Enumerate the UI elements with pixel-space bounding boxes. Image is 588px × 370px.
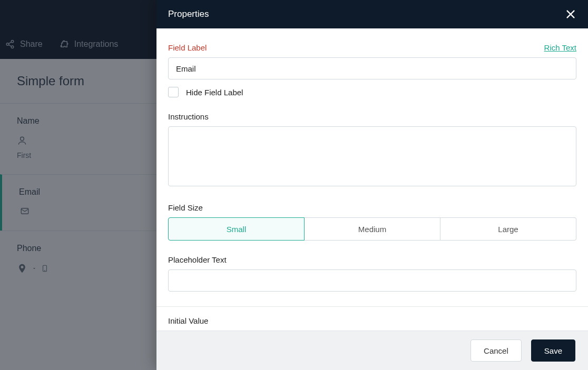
field-size-group: Small Medium Large: [168, 217, 576, 241]
field-label-input[interactable]: [168, 57, 576, 79]
panel-title: Properties: [168, 9, 209, 19]
initial-value-caption: Initial Value: [168, 316, 576, 325]
size-large-button[interactable]: Large: [440, 217, 576, 241]
size-small-button[interactable]: Small: [168, 217, 305, 241]
panel-body: Field Label Rich Text Hide Field Label I…: [156, 28, 588, 331]
field-size-caption: Field Size: [168, 203, 576, 212]
hide-label-checkbox[interactable]: [168, 87, 179, 97]
panel-divider: [156, 306, 588, 307]
placeholder-input[interactable]: [168, 269, 576, 292]
properties-panel: Properties Field Label Rich Text Hide Fi…: [156, 0, 588, 370]
cancel-button[interactable]: Cancel: [471, 339, 522, 362]
size-medium-button[interactable]: Medium: [305, 217, 440, 241]
instructions-caption: Instructions: [168, 112, 576, 121]
field-label-caption: Field Label: [168, 43, 207, 52]
instructions-textarea[interactable]: [168, 126, 576, 186]
placeholder-caption: Placeholder Text: [168, 255, 576, 264]
save-button[interactable]: Save: [531, 339, 575, 362]
panel-header: Properties: [156, 0, 588, 28]
close-icon[interactable]: [565, 8, 576, 20]
hide-label-text: Hide Field Label: [186, 88, 243, 97]
rich-text-link[interactable]: Rich Text: [544, 43, 576, 52]
panel-footer: Cancel Save: [156, 331, 588, 370]
